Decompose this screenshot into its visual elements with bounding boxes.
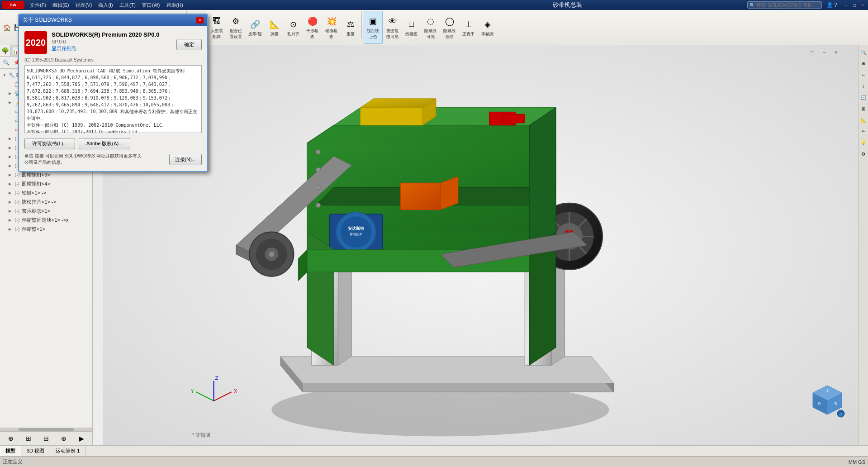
- sw-serial-link[interactable]: 显示序列号: [52, 45, 159, 52]
- toolbar-holealign-btn[interactable]: ⊙ 孔对齐: [285, 11, 303, 44]
- toolbar-largeassy-btn[interactable]: 🏗 大型装配体: [208, 11, 226, 44]
- toolbar-isometric-btn[interactable]: ◈ 等轴测: [479, 11, 497, 44]
- list-item[interactable]: ▶ (-) 伸缩臂<1>: [0, 224, 92, 234]
- expand-root[interactable]: ▼: [2, 72, 7, 78]
- isometric-label: 等轴测: [481, 31, 493, 37]
- ci-expand-5: ▶: [7, 172, 13, 177]
- minimize-button[interactable]: −: [843, 2, 850, 8]
- document-title: 砂带机总装: [387, 1, 747, 9]
- dialog-title-bar: 关于 SOLIDWORKS ×: [19, 14, 207, 26]
- measure-label: 测量: [270, 31, 279, 37]
- menu-view[interactable]: 视图(V): [73, 1, 95, 10]
- toolbar-matepos-btn[interactable]: ⚙ 配合位置设置: [227, 11, 245, 44]
- menu-file[interactable]: 文件(F): [27, 1, 49, 10]
- menu-window[interactable]: 窗口(W): [139, 1, 163, 10]
- toolbar-edgelines-btn[interactable]: ▣ 视距线上色: [364, 11, 383, 44]
- vp-tool-6[interactable]: ⊞: [859, 104, 868, 114]
- largeassy-label: 大型装配体: [211, 28, 223, 40]
- svg-rect-33: [360, 108, 423, 125]
- sidebar-scrollbar[interactable]: [0, 428, 92, 431]
- title-bar: SW 文件(F) 编辑(E) 视图(V) 插入(I) 工具(T) 窗口(W) 帮…: [0, 0, 868, 10]
- home-icon[interactable]: 🏠: [2, 23, 12, 33]
- dialog-close-button[interactable]: ×: [196, 17, 204, 24]
- svg-point-46: [316, 167, 321, 172]
- menu-tools[interactable]: 工具(T): [117, 1, 138, 10]
- svg-point-38: [341, 216, 372, 248]
- user-icon[interactable]: 👤: [826, 2, 833, 8]
- ci-expand-2: ▶: [7, 145, 13, 150]
- toolbar-weight-btn[interactable]: ⚖ 重量: [342, 11, 360, 44]
- sidebar-action-4[interactable]: ⊛: [59, 434, 69, 443]
- menu-bar: 文件(F) 编辑(E) 视图(V) 插入(I) 工具(T) 窗口(W) 帮助(H…: [27, 1, 387, 10]
- matepos-label: 配合位置设置: [230, 28, 242, 40]
- sidebar-action-3[interactable]: ⊟: [41, 434, 51, 443]
- vp-tool-9[interactable]: 💡: [859, 138, 868, 148]
- menu-insert[interactable]: 插入(I): [95, 1, 115, 10]
- svg-text:右: 右: [834, 402, 837, 405]
- toolbar-wireframe-btn[interactable]: □ 线框图: [403, 11, 421, 44]
- vp-tool-4[interactable]: ↕: [859, 81, 868, 91]
- maximize-button[interactable]: □: [851, 2, 858, 8]
- tab-motion[interactable]: 运动算例 1: [50, 446, 85, 456]
- svg-text:安达斯特: 安达斯特: [347, 226, 365, 231]
- viewport-controls: □ − ×: [807, 48, 841, 57]
- ci-label-7: 轴键<1> ->: [22, 190, 46, 196]
- viewport-ctrl-2[interactable]: −: [819, 48, 829, 57]
- view-cube[interactable]: 上 右 前 ⌂: [809, 382, 845, 418]
- sidebar-action-2[interactable]: ⊞: [24, 434, 33, 443]
- search-input[interactable]: [756, 2, 820, 8]
- ci-label-8: 防松指片<1> ->: [22, 199, 56, 205]
- ci-label-11: 伸缩臂<1>: [22, 226, 45, 233]
- holealign-icon: ⊙: [287, 18, 300, 31]
- toolbar-interference-btn[interactable]: 🔴 干涉检查: [304, 11, 322, 44]
- list-item[interactable]: ▶ (-) 警示标志<1>: [0, 206, 92, 215]
- vp-tool-8[interactable]: ✏: [859, 126, 868, 136]
- status-right: MM GS: [849, 459, 865, 465]
- vp-tool-5[interactable]: 🔄: [859, 92, 868, 102]
- viewport-ctrl-3[interactable]: ×: [831, 48, 841, 57]
- menu-help[interactable]: 帮助(H): [164, 1, 186, 10]
- largeassy-icon: 🏗: [210, 15, 223, 28]
- vp-tool-2[interactable]: ⊕: [859, 58, 868, 68]
- toolbar-normalto-btn[interactable]: ⊥ 正视于: [460, 11, 478, 44]
- ci-expand-4: ▶: [7, 163, 13, 168]
- menu-edit[interactable]: 编辑(E): [50, 1, 72, 10]
- help-icon[interactable]: ?: [834, 2, 837, 8]
- tab-3dview[interactable]: 3D 视图: [21, 446, 50, 456]
- connect-button[interactable]: 连接(N)...: [169, 154, 202, 165]
- search-box[interactable]: 🔍: [747, 1, 822, 9]
- list-item[interactable]: ▶ (-) 伸缩臂固定块<1> ->x: [0, 215, 92, 224]
- close-button[interactable]: ×: [859, 2, 866, 8]
- adobe-button[interactable]: Adobe 版权(A)...: [79, 138, 131, 149]
- measure-icon: 📐: [268, 18, 281, 31]
- vp-tool-1[interactable]: 🔍: [859, 47, 868, 57]
- vp-tool-3[interactable]: ↔: [859, 70, 868, 80]
- sidebar-action-5[interactable]: ▶: [76, 434, 86, 443]
- list-item[interactable]: ▶ (-) 轴键<1> ->: [0, 188, 92, 197]
- fm-tab-tree[interactable]: 🌳: [0, 45, 11, 56]
- vp-tool-7[interactable]: 📐: [859, 115, 868, 125]
- viewport-ctrl-1[interactable]: □: [807, 48, 817, 57]
- belt-icon: 🔗: [249, 18, 261, 31]
- viewport[interactable]: 安达斯特 磨削技术: [93, 45, 868, 445]
- svg-rect-42: [503, 114, 525, 123]
- interference-label: 干涉检查: [306, 28, 318, 40]
- license-button[interactable]: 许可协议书(L)...: [24, 138, 75, 149]
- toolbar-belt-btn[interactable]: 🔗 皮带/链: [246, 11, 265, 44]
- toolbar-hiddenvis-btn[interactable]: ◌ 隐藏线可见: [422, 11, 440, 44]
- dialog-ok-button[interactable]: 确定: [176, 39, 202, 50]
- toolbar-hiddenremove-btn[interactable]: ◯ 隐藏线移除: [441, 11, 459, 44]
- scrollbar-thumb[interactable]: [19, 428, 74, 431]
- list-item[interactable]: ▶ (-) 防松指片<1> ->: [0, 197, 92, 206]
- expand-frontplane: [7, 109, 13, 114]
- wireframe-label: 线框图: [405, 31, 417, 37]
- patent-text-area[interactable]: [24, 65, 202, 133]
- tab-model[interactable]: 模型: [0, 446, 21, 456]
- sidebar-tool-1[interactable]: 🔍: [1, 57, 11, 67]
- vp-tool-10[interactable]: ⚙: [859, 149, 868, 159]
- toolbar-viewscope-btn[interactable]: 👁 视图范围可见: [384, 11, 402, 44]
- sidebar-action-1[interactable]: ⊕: [6, 434, 16, 443]
- toolbar-collision-btn[interactable]: 💥 碰撞检查: [323, 11, 341, 44]
- toolbar-measure-btn[interactable]: 📐 测量: [266, 11, 284, 44]
- list-item[interactable]: ▶ (-) 圆帽螺钉<4>: [0, 179, 92, 188]
